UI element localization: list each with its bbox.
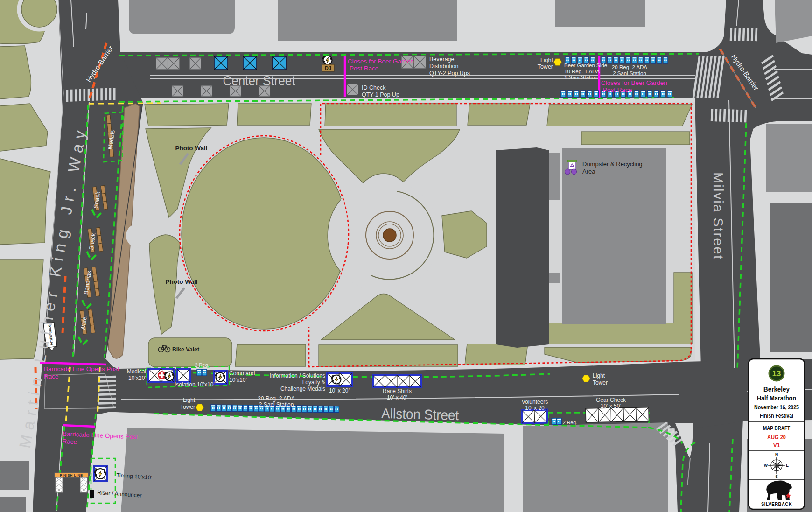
svg-text:Loyalty &: Loyalty & bbox=[302, 379, 325, 386]
svg-text:Barricade Line Opens Post: Barricade Line Opens Post bbox=[44, 365, 119, 372]
svg-text:Finish Festival: Finish Festival bbox=[760, 413, 793, 419]
svg-text:Center Street: Center Street bbox=[223, 73, 296, 88]
svg-text:MAP DRAFT: MAP DRAFT bbox=[763, 425, 791, 432]
svg-text:FINISH LINE: FINISH LINE bbox=[60, 473, 83, 477]
svg-text:N: N bbox=[775, 452, 778, 457]
svg-text:Post Race: Post Race bbox=[603, 86, 632, 93]
svg-text:Area: Area bbox=[582, 168, 595, 175]
svg-text:Tower: Tower bbox=[180, 404, 195, 410]
svg-text:Light: Light bbox=[183, 397, 196, 403]
svg-text:Volunteers: Volunteers bbox=[522, 399, 548, 405]
svg-text:Post Race: Post Race bbox=[350, 65, 378, 72]
svg-text:Beer Garden Side: Beer Garden Side bbox=[564, 63, 607, 68]
svg-text:Distribution: Distribution bbox=[429, 63, 459, 70]
svg-text:Light: Light bbox=[593, 372, 605, 379]
svg-text:20 Reg. 2 ADA: 20 Reg. 2 ADA bbox=[258, 395, 294, 402]
svg-text:Tower: Tower bbox=[593, 379, 608, 386]
svg-text:10 Reg. 1 ADA: 10 Reg. 1 ADA bbox=[564, 69, 600, 74]
svg-text:AUG 20: AUG 20 bbox=[767, 434, 786, 441]
svg-text:Medical: Medical bbox=[127, 368, 146, 375]
svg-text:Half Marathon: Half Marathon bbox=[757, 394, 796, 402]
svg-text:Light: Light bbox=[540, 57, 553, 63]
svg-text:Berkeley: Berkeley bbox=[763, 385, 790, 393]
svg-text:Photo Wall: Photo Wall bbox=[175, 145, 207, 152]
svg-text:Command: Command bbox=[229, 370, 255, 377]
svg-text:November 16, 2025: November 16, 2025 bbox=[754, 404, 799, 411]
svg-text:10’ x 20’: 10’ x 20’ bbox=[329, 387, 350, 394]
svg-text:W: W bbox=[764, 463, 768, 468]
svg-text:Photo Wall: Photo Wall bbox=[165, 278, 197, 285]
svg-text:Bike Valet: Bike Valet bbox=[172, 346, 199, 353]
svg-text:Information / Solutions: Information / Solutions bbox=[270, 372, 325, 379]
svg-text:Beverage: Beverage bbox=[429, 56, 455, 63]
svg-text:ID Check: ID Check bbox=[362, 84, 386, 91]
svg-text:10’ x 50’: 10’ x 50’ bbox=[601, 403, 621, 409]
svg-text:Dumpster & Recycling: Dumpster & Recycling bbox=[582, 161, 643, 168]
svg-text:Race: Race bbox=[44, 373, 59, 380]
svg-text:Closes for Beer Garden: Closes for Beer Garden bbox=[348, 58, 414, 65]
svg-text:2 Sani Station: 2 Sani Station bbox=[613, 70, 646, 76]
svg-text:10’ x 40’: 10’ x 40’ bbox=[387, 394, 407, 401]
svg-text:2 Sani Station: 2 Sani Station bbox=[259, 401, 294, 408]
svg-text:S: S bbox=[775, 474, 778, 479]
svg-text:1 Sani Station: 1 Sani Station bbox=[564, 75, 598, 80]
svg-text:Race Shirts: Race Shirts bbox=[383, 388, 412, 394]
svg-text:10’x20’: 10’x20’ bbox=[128, 375, 146, 381]
svg-text:2 Reg.: 2 Reg. bbox=[195, 362, 210, 368]
svg-text:Tower: Tower bbox=[538, 63, 553, 70]
svg-text:Closes for Beer Garden: Closes for Beer Garden bbox=[601, 79, 667, 86]
svg-text:10’x10’: 10’x10’ bbox=[229, 377, 247, 383]
svg-text:V1: V1 bbox=[773, 442, 780, 449]
svg-text:13: 13 bbox=[772, 369, 781, 378]
svg-text:Isolation 10’x10’: Isolation 10’x10’ bbox=[175, 381, 215, 388]
svg-text:QTY-1 Pop Up: QTY-1 Pop Up bbox=[362, 91, 399, 98]
svg-text:QTY-2 Pop Ups: QTY-2 Pop Ups bbox=[429, 70, 470, 77]
svg-text:10’ x 20: 10’ x 20 bbox=[525, 405, 545, 411]
svg-text:2 Reg.: 2 Reg. bbox=[563, 420, 577, 425]
svg-text:Allston Street: Allston Street bbox=[381, 406, 459, 423]
svg-text:Challenge Medals: Challenge Medals bbox=[280, 386, 325, 392]
svg-text:E: E bbox=[786, 463, 789, 468]
svg-text:Gear Check: Gear Check bbox=[596, 397, 626, 403]
svg-text:Race: Race bbox=[62, 438, 77, 445]
svg-text:SILVERBACK: SILVERBACK bbox=[761, 501, 792, 507]
svg-text:DJ: DJ bbox=[325, 65, 331, 71]
svg-text:20 Reg. 2 ADA: 20 Reg. 2 ADA bbox=[612, 64, 647, 70]
